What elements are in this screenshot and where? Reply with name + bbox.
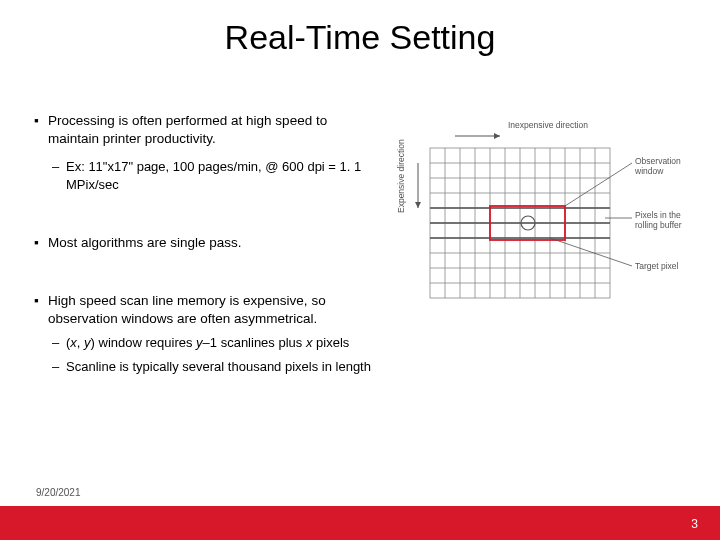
slide-title: Real-Time Setting — [0, 0, 720, 57]
svg-marker-27 — [494, 133, 500, 139]
sub-bullet-item: – Scanline is typically several thousand… — [52, 358, 374, 376]
fig-label-obs-window: Observation window — [635, 156, 705, 176]
bullet-item: ▪ Processing is often performed at high … — [34, 112, 374, 148]
square-bullet-icon: ▪ — [34, 112, 48, 148]
svg-line-32 — [550, 238, 632, 266]
footer-bar: 3 — [0, 506, 720, 540]
bullet-text: (x, y) window requires y–1 scanlines plu… — [66, 334, 349, 352]
bullet-text: High speed scan line memory is expensive… — [48, 292, 374, 328]
dash-bullet-icon: – — [52, 358, 66, 376]
body-text: ▪ Processing is often performed at high … — [34, 112, 374, 381]
bullet-text: Scanline is typically several thousand p… — [66, 358, 371, 376]
square-bullet-icon: ▪ — [34, 292, 48, 328]
sub-bullet-item: – Ex: 11"x17" page, 100 pages/min, @ 600… — [52, 158, 374, 193]
diagram-figure: Inexpensive direction Expensive directio… — [400, 118, 700, 318]
fig-label-expensive: Expensive direction — [396, 139, 406, 213]
page-number: 3 — [691, 517, 698, 531]
svg-line-30 — [565, 163, 632, 206]
dash-bullet-icon: – — [52, 158, 66, 193]
fig-label-rolling-buffer: Pixels in the rolling buffer — [635, 210, 705, 230]
footer-date: 9/20/2021 — [36, 487, 81, 498]
square-bullet-icon: ▪ — [34, 234, 48, 252]
bullet-text: Most algorithms are single pass. — [48, 234, 242, 252]
fig-label-inexpensive: Inexpensive direction — [508, 120, 588, 130]
slide: Real-Time Setting ▪ Processing is often … — [0, 0, 720, 540]
sub-bullet-item: – (x, y) window requires y–1 scanlines p… — [52, 334, 374, 352]
svg-marker-29 — [415, 202, 421, 208]
bullet-text: Processing is often performed at high sp… — [48, 112, 374, 148]
bullet-item: ▪ Most algorithms are single pass. — [34, 234, 374, 252]
bullet-text: Ex: 11"x17" page, 100 pages/min, @ 600 d… — [66, 158, 374, 193]
bullet-item: ▪ High speed scan line memory is expensi… — [34, 292, 374, 328]
fig-label-target-pixel: Target pixel — [635, 261, 705, 271]
dash-bullet-icon: – — [52, 334, 66, 352]
